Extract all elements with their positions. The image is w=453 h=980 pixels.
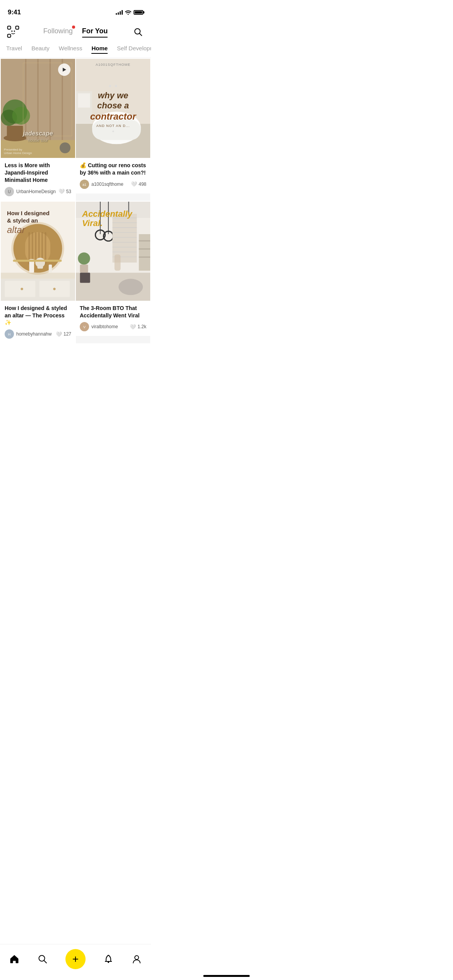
content-grid: jadescape house tour Presented by Urban … — [0, 58, 151, 344]
likes-3: 🤍 127 — [56, 331, 71, 337]
svg-text:H: H — [8, 332, 11, 336]
notification-dot — [72, 26, 75, 29]
top-nav: Following For You — [0, 19, 151, 41]
category-tabs: Travel Beauty Wellness Home Self Develop… — [0, 41, 151, 58]
category-wellness[interactable]: Wellness — [59, 45, 82, 54]
svg-text:V: V — [83, 325, 86, 329]
svg-line-6 — [139, 34, 142, 36]
post-card-3[interactable]: How I designed & styled an altar How I d… — [1, 202, 75, 344]
svg-point-3 — [11, 31, 12, 32]
viral-overlay: Accidentally Viral. — [82, 209, 144, 228]
svg-rect-10 — [50, 59, 51, 140]
svg-text:U: U — [8, 190, 10, 194]
post-title-2: 💰 Cutting our reno costs by 36% with a m… — [80, 162, 146, 176]
status-bar: 9:41 — [0, 0, 151, 19]
author-name-3: homebyhannahw — [16, 331, 51, 337]
svg-rect-1 — [15, 26, 19, 29]
svg-rect-52 — [13, 260, 62, 262]
post-card-1[interactable]: jadescape house tour Presented by Urban … — [1, 59, 75, 201]
svg-rect-9 — [37, 59, 38, 140]
post-overlay-1: jadescape house tour — [1, 130, 75, 142]
category-self-development[interactable]: Self Development — [117, 45, 151, 54]
author-avatar-4: V — [80, 322, 89, 331]
svg-point-17 — [12, 107, 30, 125]
author-name-4: viralbtohome — [91, 324, 118, 329]
category-travel[interactable]: Travel — [6, 45, 22, 54]
svg-marker-19 — [63, 68, 66, 72]
svg-rect-78 — [80, 264, 88, 272]
tab-following[interactable]: Following — [43, 27, 73, 37]
svg-rect-51 — [49, 264, 52, 272]
category-home[interactable]: Home — [91, 45, 108, 54]
post-author-4: V viralbtohome 🤍 1.2k — [80, 322, 146, 331]
post-title-4: The 3-Room BTO That Accidentally Went Vi… — [80, 305, 146, 319]
heart-icon-3: 🤍 — [56, 331, 62, 337]
heart-icon-1: 🤍 — [58, 188, 65, 194]
post-title-1: Less is More with Japandi-Inspired Minim… — [5, 162, 71, 184]
author-info-4: V viralbtohome — [80, 322, 118, 331]
post-overlay-2: ✦ ✦ why we chose a contractor AND NOT AN… — [80, 83, 147, 134]
battery-icon — [134, 10, 143, 15]
likes-4: 🤍 1.2k — [130, 324, 146, 330]
post-author-2: a1 a1001sqfthome 🤍 498 — [80, 180, 146, 189]
post-title-3: How I designed & styled an altar — The P… — [5, 305, 71, 327]
svg-rect-77 — [139, 256, 150, 257]
status-time: 9:41 — [8, 9, 21, 16]
author-avatar-2: a1 — [80, 180, 89, 189]
likes-count-3: 127 — [63, 331, 71, 337]
heart-icon-4: 🤍 — [130, 324, 136, 330]
svg-point-79 — [78, 252, 90, 264]
altar-overlay: How I designed & styled an altar — [7, 209, 50, 235]
svg-rect-76 — [139, 248, 150, 249]
author-info-2: a1 a1001sqfthome — [80, 180, 124, 189]
post-author-1: U UrbanHomeDesign 🤍 53 — [5, 187, 71, 196]
likes-2: 🤍 498 — [131, 181, 146, 187]
svg-rect-75 — [139, 240, 150, 241]
content-feed: jadescape house tour Presented by Urban … — [0, 58, 151, 383]
signal-icon — [116, 10, 123, 15]
svg-rect-8 — [25, 59, 26, 140]
svg-rect-82 — [115, 254, 121, 271]
author-name-1: UrbanHomeDesign — [16, 189, 56, 194]
svg-point-36 — [21, 288, 23, 290]
svg-rect-0 — [8, 26, 11, 29]
status-icons — [116, 10, 143, 15]
post-card-4[interactable]: Accidentally Viral. The 3-Room BTO That … — [76, 202, 150, 344]
svg-rect-80 — [80, 272, 90, 283]
svg-rect-74 — [139, 234, 150, 271]
svg-rect-46 — [45, 232, 46, 264]
author-avatar-1: U — [5, 187, 14, 196]
svg-rect-47 — [29, 260, 34, 272]
post-image-1: jadescape house tour Presented by Urban … — [1, 59, 75, 158]
play-button[interactable] — [58, 63, 70, 76]
likes-1: 🤍 53 — [58, 188, 71, 194]
svg-rect-34 — [5, 281, 35, 297]
post-meta-2: 💰 Cutting our reno costs by 36% with a m… — [76, 158, 150, 194]
likes-count-2: 498 — [139, 182, 146, 187]
author-info-3: H homebyhannahw — [5, 329, 51, 339]
author-avatar-3: H — [5, 329, 14, 339]
progress-circle — [60, 142, 70, 153]
post-meta-4: The 3-Room BTO That Accidentally Went Vi… — [76, 301, 150, 336]
likes-count-4: 1.2k — [137, 324, 146, 329]
brand-label: A1001SQFTHOME — [96, 63, 130, 67]
svg-point-4 — [14, 31, 15, 32]
post-image-4: Accidentally Viral. — [76, 202, 150, 301]
post-image-2: A1001SQFTHOME ✦ ✦ why we chose a contrac… — [76, 59, 150, 158]
search-button[interactable] — [131, 25, 145, 39]
svg-point-37 — [53, 288, 55, 290]
author-info-1: U UrbanHomeDesign — [5, 187, 56, 196]
nav-tabs: Following For You — [43, 27, 108, 37]
tab-for-you[interactable]: For You — [82, 27, 108, 37]
wifi-icon — [125, 10, 131, 15]
post-author-3: H homebyhannahw 🤍 127 — [5, 329, 71, 339]
face-id-icon[interactable] — [6, 25, 20, 39]
svg-point-81 — [118, 279, 143, 295]
svg-rect-50 — [37, 264, 43, 268]
watermark-1: Presented by Urban Home Design — [4, 148, 32, 155]
category-beauty[interactable]: Beauty — [31, 45, 50, 54]
likes-count-1: 53 — [66, 189, 71, 194]
post-meta-3: How I designed & styled an altar — The P… — [1, 301, 75, 344]
post-meta-1: Less is More with Japandi-Inspired Minim… — [1, 158, 75, 201]
post-card-2[interactable]: A1001SQFTHOME ✦ ✦ why we chose a contrac… — [76, 59, 150, 201]
